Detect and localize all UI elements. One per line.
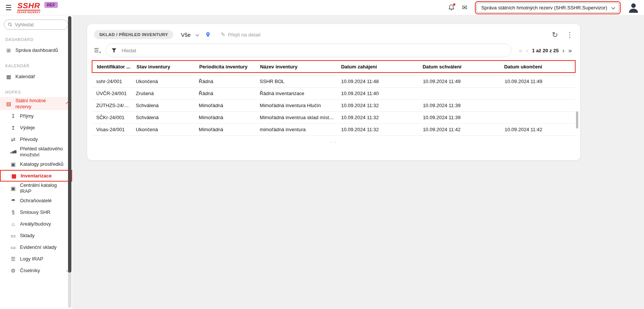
sidebar-nav: DASHBOARD⊞Správa dashboardůKALENDÁŘ▦Kale…: [0, 37, 72, 277]
sidebar-item-inventarizace[interactable]: ▩Inventarizace: [0, 170, 72, 182]
sidebar-item-label: Příjmy: [20, 113, 69, 119]
table-cell: 10.09.2024 11:32: [337, 103, 419, 108]
sidebar-item-prevody[interactable]: ⇄Převody: [0, 133, 72, 145]
sidebar-item-centralni-katalog-irap[interactable]: ▣Centrální katalog IRAP: [0, 182, 72, 195]
role-dropdown-value: Správa státních hmotných rezerv (SHR.SSH…: [481, 5, 607, 11]
table-header-row: Identifikátor ...Stav inventuryPeriodici…: [92, 60, 576, 73]
table-cell: Řádná: [194, 91, 255, 96]
pagination-label: 1 až 20 z 25: [532, 48, 559, 53]
column-header-datum-ukonceni[interactable]: Datum ukončení: [500, 64, 575, 70]
section-label-kalendar: KALENDÁŘ: [5, 64, 72, 68]
sidebar-item-evidencni-sklady[interactable]: ▭Evidenční sklady: [0, 242, 72, 253]
edit-icon: ✎: [221, 31, 225, 38]
column-header-stav-inventury[interactable]: Stav inventury: [132, 64, 195, 70]
app-shell: DASHBOARD⊞Správa dashboardůKALENDÁŘ▦Kale…: [0, 15, 644, 309]
sidebar-item-label: Smlouvy SHR: [20, 209, 69, 215]
table-cell: Mimořádná inventura Hlučín: [255, 103, 336, 108]
column-header-periodicita-inventury[interactable]: Periodicita inventury: [195, 64, 255, 70]
table-cell: Mimořádná: [194, 103, 255, 108]
sidebar-item-label: Katalogy prostředků: [20, 161, 69, 167]
main-content: SKLAD / PŘEHLED INVENTURY Vše ✎ Přejít n…: [72, 15, 644, 309]
table-scrollbar[interactable]: [576, 111, 578, 129]
sidebar-item-statni-hmotne-rezervy[interactable]: ▤Státní hmotné rezervy: [0, 97, 72, 110]
table-row[interactable]: SČKr-24/001SchválenáMimořádnáMimořádná i…: [92, 112, 576, 124]
role-dropdown[interactable]: Správa státních hmotných rezerv (SHR.SSH…: [476, 3, 619, 13]
sidebar-item-prijmy[interactable]: ↧Příjmy: [0, 110, 72, 122]
column-settings-icon[interactable]: ☰▾: [92, 47, 102, 54]
inventory-overview-card: SKLAD / PŘEHLED INVENTURY Vše ✎ Přejít n…: [87, 24, 580, 160]
card-actions: ↻ ⋮: [552, 31, 573, 38]
sidebar-item-kalendar[interactable]: ▦Kalendář: [0, 71, 72, 82]
sidebar: DASHBOARD⊞Správa dashboardůKALENDÁŘ▦Kale…: [0, 15, 72, 309]
sidebar-item-arealy-budovy[interactable]: ⌂Areály/budovy: [0, 218, 72, 230]
chevron-down-icon[interactable]: [195, 32, 199, 36]
protectors-icon: ☂: [10, 198, 17, 203]
section-label-dashboard: DASHBOARD: [5, 37, 72, 42]
sidebar-item-katalogy-prostredku[interactable]: ▣Katalogy prostředků: [0, 158, 72, 170]
column-header-nazev-inventury[interactable]: Název inventury: [255, 64, 337, 70]
sidebar-item-ciselniky[interactable]: ⚙Číselníky: [0, 265, 72, 277]
more-options-icon[interactable]: ⋮: [566, 31, 573, 38]
sidebar-item-label: Centrální katalog IRAP: [20, 182, 69, 194]
sidebar-scrollbar[interactable]: [68, 16, 71, 308]
column-header-datum-schvaleni[interactable]: Datum schválení: [418, 64, 500, 70]
sidebar-item-logy-irap[interactable]: ☰Logy IRAP: [0, 253, 72, 265]
table-cell: ÚVČR-24/001: [92, 91, 132, 96]
sidebar-scrollbar-thumb[interactable]: [68, 16, 71, 273]
column-header-datum-zahajeni[interactable]: Datum zahájení: [337, 64, 418, 70]
sidebar-item-label: Přehled skladového množství: [20, 146, 69, 158]
sidebar-item-smlouvy-shr[interactable]: §Smlouvy SHR: [0, 207, 72, 218]
buildings-icon: ⌂: [10, 221, 17, 227]
table-cell: Mimořádná: [194, 115, 255, 120]
table-row[interactable]: sshr-24/001UkončenáŘádnáSSHR BOL10.09.20…: [92, 76, 576, 88]
table-cell: Visas-24/001: [92, 127, 132, 132]
section-label-hopks: HOPKS: [5, 90, 72, 94]
filter-icon[interactable]: [111, 48, 117, 53]
table-row[interactable]: ÚVČR-24/001ZrušenáŘádnáŘádná inventariza…: [92, 88, 576, 100]
issues-icon: ↥: [10, 125, 17, 130]
table-cell: ZÚTHZS-24/002: [92, 103, 132, 108]
app-logo: SSHR ČESKÉ REZERVY: [17, 2, 41, 14]
column-header-identifikator[interactable]: Identifikátor ...: [92, 64, 132, 70]
table-cell: Zrušená: [132, 91, 194, 96]
notifications-bell-icon[interactable]: [448, 4, 455, 11]
sidebar-item-ochranovatele[interactable]: ☂Ochraňovatelé: [0, 195, 72, 207]
pin-icon[interactable]: [205, 32, 211, 38]
table-search[interactable]: [106, 44, 511, 57]
table-body: sshr-24/001UkončenáŘádnáSSHR BOL10.09.20…: [92, 76, 576, 136]
refresh-icon[interactable]: ↻: [552, 31, 558, 38]
table-row[interactable]: ZÚTHZS-24/002SchválenáMimořádnáMimořádná…: [92, 100, 576, 112]
sidebar-item-prehled-skladoveho-mnozstvi[interactable]: ▂▅▇Přehled skladového množství: [0, 145, 72, 158]
logo-subtitle: ČESKÉ REZERVY: [17, 11, 41, 14]
table-row[interactable]: Visas-24/001UkončenáMimořádnámimořádná i…: [92, 124, 576, 136]
ref-badge: REF: [44, 2, 58, 8]
sidebar-item-sprava-dashboardu[interactable]: ⊞Správa dashboardů: [0, 44, 72, 56]
menu-toggle-icon[interactable]: ☰: [5, 4, 12, 11]
table-cell: 10.09.2024 11:49: [418, 79, 500, 84]
user-avatar[interactable]: [628, 2, 639, 13]
table-cell: Schválená: [132, 103, 194, 108]
dashboard-icon: ⊞: [5, 48, 12, 53]
prev-page-button[interactable]: ‹: [526, 47, 528, 54]
go-to-detail-button[interactable]: ✎ Přejít na detail: [221, 31, 260, 38]
table-toolbar: ☰▾ « ‹ 1 až 20 z 25 › »: [92, 44, 576, 57]
table-cell: Mimořádná inventrua sklad místno...: [255, 115, 336, 120]
stock-overview-icon: ▂▅▇: [10, 150, 17, 153]
sidebar-item-vydeje[interactable]: ↥Výdeje: [0, 122, 72, 133]
table-search-input[interactable]: [121, 48, 505, 53]
sidebar-search[interactable]: [4, 20, 68, 30]
codelists-icon: ⚙: [10, 268, 17, 273]
sidebar-item-sklady[interactable]: ▭Sklady: [0, 230, 72, 242]
table-cell: Řádná: [194, 79, 255, 84]
receipts-icon: ↧: [10, 114, 17, 119]
sidebar-item-label: Státní hmotné rezervy: [15, 98, 63, 109]
next-page-button[interactable]: ›: [562, 47, 565, 54]
sidebar-item-label: Číselníky: [20, 268, 63, 274]
messages-icon[interactable]: ✉: [462, 5, 467, 11]
evidence-warehouse-icon: ▭: [10, 245, 17, 250]
first-page-button[interactable]: «: [519, 47, 522, 54]
sidebar-search-input[interactable]: [15, 22, 64, 27]
last-page-button[interactable]: »: [568, 47, 572, 54]
logo-title: SSHR: [17, 2, 40, 11]
view-filter-dropdown[interactable]: Vše: [181, 32, 190, 38]
